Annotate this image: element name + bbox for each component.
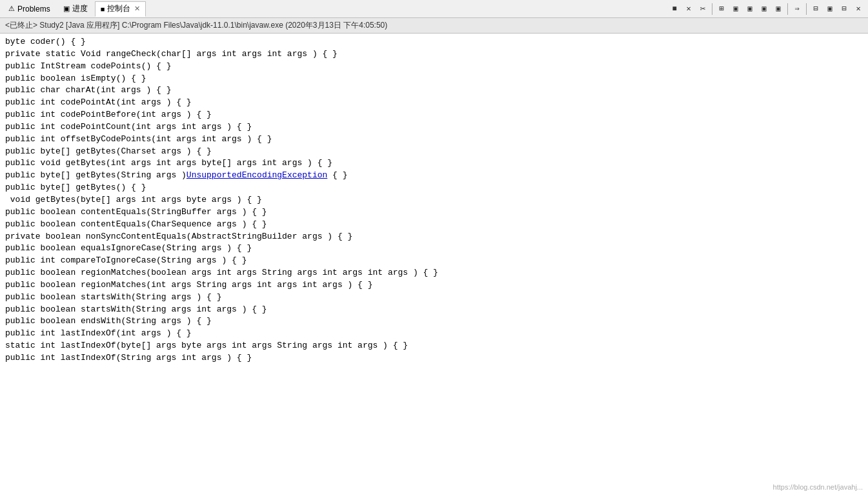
line-20: public boolean regionMatches(int args St… (5, 279, 863, 292)
tab-problems[interactable]: ⚠ Problems (3, 1, 56, 17)
line-11: public byte[] getBytes(String args )Unsu… (5, 170, 863, 182)
line-4: public char charAt(int args ) { } (5, 85, 863, 97)
line-7: public int codePointCount(int args int a… (5, 121, 863, 134)
toolbar-view-menu-btn[interactable]: ⊟ (838, 3, 851, 15)
toolbar-run-btn[interactable]: ⇒ (791, 3, 803, 15)
line-18: public int compareToIgnoreCase(String ar… (5, 255, 863, 267)
main-window: ⚠ Problems ▣ 进度 ■ 控制台 ✕ ■ ✕ ✂ ⊞ ▣ ▣ ▣ ▣ … (0, 0, 868, 498)
line-17: public boolean equalsIgnoreCase(String a… (5, 243, 863, 255)
tab-progress[interactable]: ▣ 进度 (57, 1, 94, 17)
line-21: public boolean startsWith(String args ) … (5, 292, 863, 304)
tab-console[interactable]: ■ 控制台 ✕ (95, 1, 146, 17)
toolbar-btn5[interactable]: ▣ (772, 3, 785, 15)
line-13: void getBytes(byte[] args int args byte … (5, 194, 863, 206)
line-15: public boolean contentEquals(CharSequenc… (5, 219, 863, 231)
line-19: public boolean regionMatches(boolean arg… (5, 267, 863, 279)
problems-icon: ⚠ (8, 5, 15, 13)
line-0: byte coder() { } (5, 36, 863, 48)
line-12: public byte[] getBytes() { } (5, 182, 863, 194)
line-3: public boolean isEmpty() { } (5, 73, 863, 85)
line-14: public boolean contentEquals(StringBuffe… (5, 206, 863, 219)
line-22: public boolean startsWith(String args in… (5, 304, 863, 316)
toolbar-sep-3 (806, 3, 807, 15)
header-text: <已终止> Study2 [Java 应用程序] C:\Program File… (5, 21, 387, 30)
line-26: public int lastIndexOf(String args int a… (5, 352, 863, 364)
line-25: static int lastIndexOf(byte[] args byte … (5, 340, 863, 352)
toolbar-btn4[interactable]: ▣ (758, 3, 771, 15)
toolbar-minimize-btn[interactable]: ⊟ (809, 3, 822, 15)
toolbar-close-view-btn[interactable]: ✕ (852, 3, 865, 15)
tab-problems-label: Problems (17, 5, 50, 14)
toolbar-btn1[interactable]: ⊞ (715, 3, 728, 15)
line-8: public int offsetByCodePoints(int args i… (5, 134, 863, 146)
line-2: public IntStream codePoints() { } (5, 61, 863, 73)
progress-icon: ▣ (63, 5, 70, 13)
toolbar-cut-btn[interactable]: ✂ (696, 3, 709, 15)
line-23: public boolean endsWith(String args ) { … (5, 315, 863, 328)
toolbar-sep-2 (787, 3, 788, 15)
watermark: https://blog.csdn.net/javahj... (773, 483, 863, 493)
toolbar-terminate-btn[interactable]: ✕ (682, 3, 695, 15)
line-16: private boolean nonSyncContentEquals(Abs… (5, 231, 863, 243)
toolbar-sep-1 (712, 3, 712, 15)
tab-progress-label: 进度 (72, 3, 88, 14)
line-24: public int lastIndexOf(int args ) { } (5, 328, 863, 340)
line-1: private static Void rangeCheck(char[] ar… (5, 48, 863, 61)
tab-console-label: 控制台 (107, 3, 130, 14)
toolbar-btn2[interactable]: ▣ (729, 3, 742, 15)
tab-close-icon[interactable]: ✕ (134, 5, 140, 13)
line-5: public int codePointAt(int args ) { } (5, 97, 863, 109)
toolbar-maximize-btn[interactable]: ▣ (823, 3, 836, 15)
line-9: public byte[] getBytes(Charset args ) { … (5, 146, 863, 158)
unsupported-encoding-link[interactable]: UnsupportedEncodingException (187, 170, 327, 180)
line-6: public int codePointBefore(int args ) { … (5, 109, 863, 121)
toolbar-stop-btn[interactable]: ■ (668, 3, 681, 15)
tab-bar: ⚠ Problems ▣ 进度 ■ 控制台 ✕ ■ ✕ ✂ ⊞ ▣ ▣ ▣ ▣ … (0, 0, 868, 18)
console-icon: ■ (101, 5, 105, 13)
execution-header: <已终止> Study2 [Java 应用程序] C:\Program File… (0, 18, 868, 34)
console-output[interactable]: byte coder() { } private static Void ran… (0, 34, 868, 498)
line-10: public void getBytes(int args int args b… (5, 157, 863, 170)
toolbar-btn3[interactable]: ▣ (743, 3, 756, 15)
